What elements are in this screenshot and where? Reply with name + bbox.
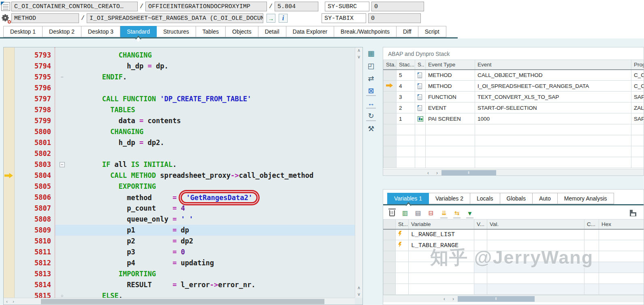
tab-variables-2[interactable]: Variables 2 xyxy=(429,193,470,204)
code-line[interactable]: 5804 CALL METHOD spreadsheet_proxy->call… xyxy=(4,170,355,181)
stack-col-header[interactable]: Sta... xyxy=(384,60,397,70)
code-line[interactable]: 5805 EXPORTING xyxy=(4,181,355,192)
code-line[interactable]: 5809 p1 = dp xyxy=(4,225,355,236)
tab-desktop-2[interactable]: Desktop 2 xyxy=(43,26,81,37)
scroll-left-icon[interactable]: ‹ xyxy=(440,296,449,302)
line-margin[interactable] xyxy=(4,203,15,214)
fold-margin[interactable] xyxy=(55,181,69,192)
line-margin[interactable] xyxy=(4,279,15,290)
unit-kind-field[interactable]: METHOD xyxy=(11,13,79,23)
vars-col-header[interactable]: C... xyxy=(584,220,599,229)
stack-col-header[interactable]: Stac... xyxy=(397,60,415,70)
fold-margin[interactable] xyxy=(55,192,69,203)
line-margin[interactable] xyxy=(4,181,15,192)
sort-icon[interactable]: ⇊ xyxy=(440,209,448,217)
split-icon[interactable]: ⇆ xyxy=(453,209,461,217)
fold-margin[interactable] xyxy=(55,61,69,72)
line-margin[interactable] xyxy=(4,148,15,159)
save-icon[interactable] xyxy=(630,210,636,216)
scroll-left-icon[interactable]: ‹ xyxy=(4,299,10,304)
tab-objects[interactable]: Objects xyxy=(226,26,258,37)
tab-script[interactable]: Script xyxy=(418,26,446,37)
fold-margin[interactable]: − xyxy=(55,72,69,83)
tab-break-watchpoints[interactable]: Break./Watchpoints xyxy=(334,26,397,37)
line-margin[interactable] xyxy=(4,94,15,105)
fold-margin[interactable] xyxy=(55,170,69,181)
line-margin[interactable] xyxy=(4,50,15,61)
tab-desktop-1[interactable]: Desktop 1 xyxy=(3,26,43,37)
tab-locals[interactable]: Locals xyxy=(470,193,500,204)
method-name-field[interactable]: I_OI_SPREADSHEET~GET_RANGES_DATA (C_OI_O… xyxy=(87,13,263,23)
stack-col-header[interactable]: Program xyxy=(631,60,644,70)
code-line[interactable]: 5801 h_dp = dp2. xyxy=(4,137,355,148)
editor-horizontal-scrollbar[interactable]: ‹ › xyxy=(4,298,355,305)
code-editor[interactable]: 5793 CHANGING5794 h_dp = dp.5795− ENDIF.… xyxy=(3,47,363,305)
variable-value[interactable] xyxy=(487,229,584,240)
scroll-down-icon[interactable]: ∨ xyxy=(355,291,363,298)
variable-row[interactable]: L_TABLE_RANGE xyxy=(384,240,644,251)
scrollbar-thumb[interactable]: ⦀ xyxy=(458,296,535,302)
goto-icon[interactable] xyxy=(267,14,275,23)
line-number-field[interactable]: 5.804 xyxy=(275,2,318,11)
fold-margin[interactable] xyxy=(55,126,69,137)
code-line[interactable]: 5797 CALL FUNCTION 'DP_CREATE_FROM_TABLE… xyxy=(4,94,355,105)
line-margin[interactable] xyxy=(4,137,15,148)
code-line[interactable]: 5803− IF all IS INITIAL. xyxy=(4,159,355,170)
line-margin[interactable] xyxy=(4,225,15,236)
vars-col-header[interactable]: V... xyxy=(474,220,487,229)
line-margin[interactable] xyxy=(4,214,15,225)
vars-col-header[interactable]: Val. xyxy=(487,220,584,229)
fold-margin[interactable] xyxy=(55,247,69,258)
fold-margin[interactable] xyxy=(55,115,69,126)
stack-row[interactable]: 5METHODCALL_OBJECT_METHODC_OI_A xyxy=(384,70,644,81)
tab-structures[interactable]: Structures xyxy=(157,26,196,37)
code-line[interactable]: 5798 TABLES xyxy=(4,105,355,115)
fold-margin[interactable]: − xyxy=(55,159,69,170)
variable-row[interactable]: L_RANGE_LIST xyxy=(384,229,644,240)
code-line[interactable]: 5807 p_count = 4 xyxy=(4,203,355,214)
tab-auto[interactable]: Auto xyxy=(533,193,558,204)
line-margin[interactable] xyxy=(4,61,15,72)
line-margin[interactable] xyxy=(4,258,15,269)
fold-margin[interactable] xyxy=(55,258,69,269)
scroll-up-icon[interactable]: ∧ xyxy=(355,285,363,291)
line-margin[interactable] xyxy=(4,72,15,83)
code-line[interactable]: 5794 h_dp = dp. xyxy=(4,61,355,72)
scroll-left-icon[interactable]: ‹ xyxy=(424,170,433,176)
code-line[interactable]: 5808 queue_only = ' ' xyxy=(4,214,355,225)
vars-col-header[interactable]: St... xyxy=(396,220,409,229)
line-margin[interactable] xyxy=(4,115,15,126)
services-icon[interactable]: ▼ xyxy=(466,209,474,217)
stack-col-header[interactable]: Event Type xyxy=(426,60,475,70)
variable-name[interactable]: L_RANGE_LIST xyxy=(409,229,474,240)
code-line[interactable]: 5810 p2 = dp2 xyxy=(4,236,355,247)
code-line[interactable]: 5800 CHANGING xyxy=(4,126,355,137)
fold-margin[interactable] xyxy=(55,137,69,148)
code-line[interactable]: 5812 p4 = updating xyxy=(4,258,355,269)
line-margin[interactable] xyxy=(4,105,15,115)
line-margin[interactable] xyxy=(4,192,15,203)
tab-globals[interactable]: Globals xyxy=(500,193,533,204)
sy-tabix-label[interactable]: SY-TABIX xyxy=(322,13,366,23)
fold-margin[interactable] xyxy=(55,203,69,214)
line-margin[interactable] xyxy=(4,170,15,181)
code-line[interactable]: 5799 data = contents xyxy=(4,115,355,126)
line-margin[interactable] xyxy=(4,159,15,170)
fold-margin[interactable] xyxy=(55,83,69,94)
tab-tables[interactable]: Tables xyxy=(196,26,226,37)
column-width-icon[interactable]: ↔ xyxy=(366,99,376,109)
tab-desktop-3[interactable]: Desktop 3 xyxy=(81,26,120,37)
tab-detail[interactable]: Detail xyxy=(258,26,286,37)
select-variables-icon[interactable]: ▤ xyxy=(414,209,422,217)
vars-col-header[interactable]: Variable xyxy=(409,220,474,229)
stack-col-header[interactable]: Event xyxy=(475,60,631,70)
fold-margin[interactable] xyxy=(55,148,69,159)
code-line[interactable]: 5813 IMPORTING xyxy=(4,269,355,279)
stack-row[interactable]: 1PAI SCREEN1000SAPMSS xyxy=(384,113,644,124)
scroll-down-icon[interactable]: ∨ xyxy=(355,54,363,60)
line-margin[interactable] xyxy=(4,269,15,279)
scroll-up-icon[interactable]: ∧ xyxy=(355,47,363,54)
fold-margin[interactable] xyxy=(55,105,69,115)
code-line[interactable]: 5802 xyxy=(4,148,355,159)
stack-col-header[interactable]: S.. xyxy=(415,60,426,70)
